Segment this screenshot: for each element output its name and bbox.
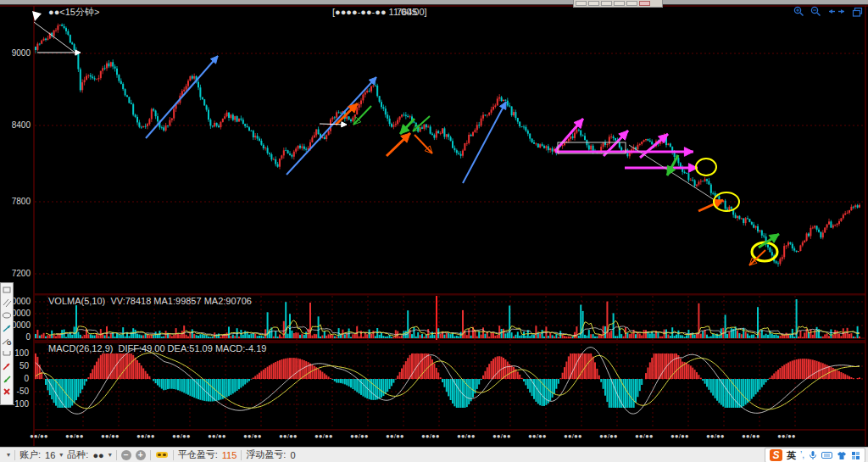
account-label: 账户: (19, 448, 41, 461)
toolbar-button[interactable] (588, 1, 599, 6)
separator (241, 450, 242, 460)
increase-button[interactable]: + (136, 450, 146, 460)
macd-indicator-title: MACD(26,12,9) DIFF:49.00 DEA:51.09 MACD:… (48, 344, 266, 353)
separator (116, 450, 117, 460)
date-tick-label: ●●/●● (670, 433, 689, 440)
macd-title-text: MACD(26,12,9) (48, 343, 113, 353)
date-tick-label: ●●/●● (599, 433, 618, 440)
svg-text:G: G (7, 340, 12, 346)
zoom-out-icon[interactable] (810, 6, 821, 17)
rect-tool-icon[interactable] (1, 283, 13, 296)
ime-toolbar[interactable]: S 英 ’, (765, 448, 865, 462)
symbol-value: ●● (92, 450, 103, 460)
keyboard-icon[interactable] (821, 451, 832, 459)
date-tick-label: ●●/●● (528, 433, 547, 440)
date-tick-label: ●●/●● (172, 433, 191, 440)
date-tick-label: ●●/●● (314, 433, 333, 440)
skin-shirt-icon[interactable] (837, 451, 847, 460)
date-tick-label: ●●/●● (564, 433, 582, 440)
volma-title-text: VOLMA(5,10) (48, 296, 105, 306)
toolbar-button[interactable] (601, 1, 612, 6)
statusbar-dropdown-caret[interactable]: ▾ (7, 451, 10, 459)
symbol-label: 品种: (67, 448, 88, 461)
restore-window-icon[interactable] (852, 7, 863, 17)
volma-readout-text: VV:78418 MA1:99857 MA2:90706 (110, 296, 252, 306)
sogou-logo-icon[interactable]: S (770, 449, 782, 461)
macd-readout-text: DIFF:49.00 DEA:51.09 MACD:-4.19 (119, 343, 267, 353)
date-tick-label: ●●/●● (208, 433, 226, 440)
zoom-in-icon[interactable] (793, 6, 804, 17)
delete-tool-icon[interactable] (1, 385, 13, 398)
chart-period-label: ●●<15分钟> (48, 8, 99, 17)
ellipse-tool-icon[interactable] (1, 309, 13, 321)
separator (150, 450, 151, 460)
volma-indicator-title: VOLMA(5,10) VV:78418 MA1:99857 MA2:90706 (48, 297, 252, 306)
floating-toolbar[interactable] (573, 0, 663, 8)
date-tick-label: ●●/●● (635, 433, 654, 440)
chart-nav-icons (793, 6, 863, 17)
account-value: 16 (45, 450, 55, 460)
date-tick-label: ●●/●● (65, 433, 84, 440)
segment-g-tool-icon[interactable]: G (1, 334, 13, 347)
separator (173, 450, 174, 460)
trading-app-window: ●●<15分钟> [●●●●-●●-●● 11:00:00] 7645 9000… (0, 0, 868, 462)
pan-arrows-icon[interactable] (827, 7, 846, 16)
float-profit-value: 0 (290, 450, 295, 460)
toolbox-grid-icon[interactable] (851, 451, 860, 460)
toolbar-button[interactable] (626, 1, 637, 6)
chart-last-price-label: 7645 (397, 8, 417, 17)
date-tick-label: ●●/●● (101, 433, 120, 440)
toolbar-button[interactable] (614, 1, 625, 6)
drawing-toolbar[interactable]: G (0, 282, 14, 405)
date-tick-label: ●●/●● (386, 433, 404, 440)
account-dropdown[interactable]: ▾ (59, 451, 63, 459)
microphone-icon[interactable] (809, 450, 817, 460)
date-tick-label: ●●/●● (243, 433, 262, 440)
date-tick-label: ●●/●● (30, 433, 48, 440)
parallel-lines-tool-icon[interactable] (1, 296, 13, 309)
date-tick-label: ●●/●● (706, 433, 725, 440)
axis-tick-label: 8400 (0, 121, 31, 130)
axis-tick-label: 7200 (0, 270, 31, 278)
symbol-dropdown[interactable]: ▾ (108, 451, 112, 459)
date-tick-label: ●●/●● (136, 433, 155, 440)
status-bar: ▾ 账户: 16 ▾ 品种: ●● ▾ − + 平仓盈亏: 115 浮动盈亏: … (0, 447, 868, 462)
date-tick-label: ●●/●● (492, 433, 511, 440)
toolbar-close-button[interactable] (639, 1, 650, 6)
punctuation-icon[interactable]: ’, (800, 451, 804, 459)
axis-tick-label: 9000 (0, 49, 31, 58)
date-tick-label: ●●/●● (279, 433, 298, 440)
toolbar-button[interactable] (576, 1, 587, 6)
channel-tool-icon[interactable] (1, 347, 13, 359)
close-profit-value: 115 (222, 450, 237, 460)
date-tick-label: ●●/●● (777, 433, 796, 440)
separator (14, 450, 15, 460)
trendline-tool-icon[interactable] (1, 321, 13, 334)
sunglasses-icon[interactable] (155, 450, 169, 459)
date-tick-label: ●●/●● (421, 433, 440, 440)
green-arrow-tool-icon[interactable] (1, 372, 13, 385)
date-tick-label: ●●/●● (457, 433, 476, 440)
close-profit-label: 平仓盈亏: (178, 448, 218, 461)
float-profit-label: 浮动盈亏: (246, 448, 286, 461)
ime-language-mode[interactable]: 英 (787, 449, 796, 462)
axis-tick-label: 7800 (0, 198, 31, 206)
date-tick-label: ●●/●● (742, 433, 760, 440)
chart-canvas[interactable] (0, 0, 868, 462)
red-arrow-tool-icon[interactable] (1, 359, 13, 372)
window-top-edge (0, 0, 868, 5)
decrease-button[interactable]: − (121, 450, 131, 460)
date-tick-label: ●●/●● (350, 433, 369, 440)
